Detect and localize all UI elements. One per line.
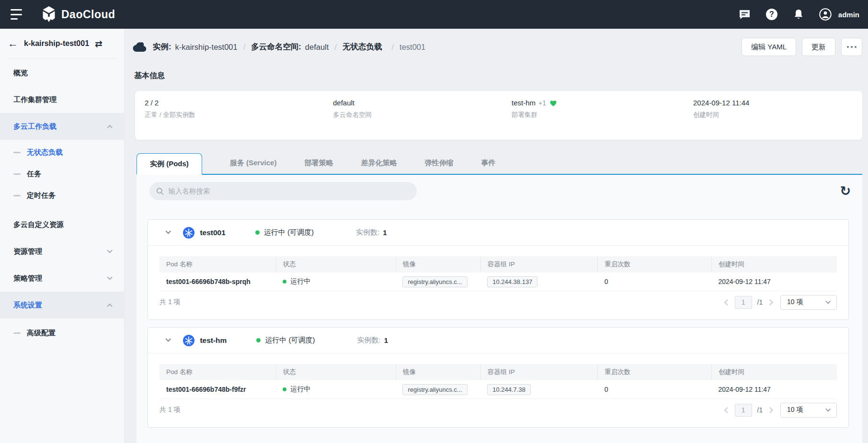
- pod-name[interactable]: test001-66696b748b-sprqh: [160, 273, 276, 291]
- breadcrumb-instance-value[interactable]: k-kairship-test001: [175, 43, 238, 52]
- refresh-icon[interactable]: ↻: [840, 185, 851, 198]
- dash-icon: [13, 173, 21, 175]
- sidebar-item-label: 高级配置: [27, 329, 56, 338]
- sidebar-group-multicloud-workloads[interactable]: 多云工作负载: [0, 113, 124, 140]
- pod-created: 2024-09-12 11:47: [711, 380, 837, 399]
- dash-icon: [13, 332, 21, 334]
- help-icon[interactable]: ?: [765, 8, 778, 21]
- page-size-select[interactable]: 10 项: [780, 295, 837, 310]
- workload-header[interactable]: test-hm 运行中 (可调度) 实例数: 1: [148, 328, 848, 353]
- instances-value: 1: [383, 228, 387, 237]
- search-icon: [156, 187, 164, 195]
- status-text: 运行中 (可调度): [264, 228, 314, 237]
- sidebar-item-jobs[interactable]: 任务: [0, 163, 124, 185]
- more-actions-button[interactable]: [841, 38, 862, 56]
- pod-ip: 10.244.7.38: [480, 380, 598, 399]
- instances-label: 实例数:: [356, 228, 379, 237]
- pod-status: 运行中: [276, 380, 396, 399]
- status-dot: [283, 387, 286, 391]
- sidebar-sublist: 高级配置: [0, 320, 124, 349]
- search-row: ↻: [149, 182, 851, 200]
- switch-instance-icon[interactable]: ⇄: [95, 39, 103, 48]
- hamburger-menu-icon[interactable]: [11, 9, 24, 20]
- status-text: 运行中: [290, 277, 310, 286]
- sidebar-item-deployments[interactable]: 无状态负载: [0, 142, 124, 163]
- workload-header[interactable]: test001 运行中 (可调度) 实例数: 1: [148, 220, 848, 246]
- collapse-chevron-icon[interactable]: [165, 229, 171, 235]
- col-restarts: 重启次数: [598, 364, 712, 380]
- messages-icon[interactable]: [739, 8, 751, 21]
- workload-card-test001: test001 运行中 (可调度) 实例数: 1 Pod 名称 状态 镜像 容器…: [148, 219, 849, 320]
- tab-deploy-policy[interactable]: 部署策略: [304, 159, 333, 174]
- next-page-icon[interactable]: [767, 407, 773, 413]
- sidebar-item-worker-clusters[interactable]: 工作集群管理: [0, 86, 124, 113]
- status-dot: [255, 230, 260, 235]
- health-heart-icon: [549, 99, 558, 107]
- page-size-select[interactable]: 10 项: [780, 403, 837, 418]
- breadcrumb-instance-label: 实例:: [153, 42, 171, 52]
- breadcrumb-workload-type[interactable]: 无状态负载: [343, 42, 382, 52]
- page-size-value: 10 项: [787, 406, 803, 414]
- pod-name[interactable]: test001-66696b748b-f9fzr: [160, 380, 276, 399]
- stat-instances: 2 / 2 正常 / 全部实例数: [145, 99, 195, 119]
- tab-pods[interactable]: 实例 (Pods): [137, 153, 202, 175]
- sidebar-item-custom-resources[interactable]: 多云自定义资源: [0, 211, 124, 238]
- tab-service[interactable]: 服务 (Service): [230, 159, 277, 174]
- breadcrumb-namespace-value[interactable]: default: [305, 43, 329, 52]
- tab-events[interactable]: 事件: [481, 159, 495, 174]
- image-chip[interactable]: registry.aliyuncs.c...: [402, 276, 467, 287]
- breadcrumb-separator: /: [334, 43, 337, 52]
- sidebar-item-label: 资源管理: [13, 247, 42, 256]
- pod-status: 运行中: [276, 273, 396, 291]
- status-dot: [283, 280, 286, 284]
- search-box[interactable]: [149, 182, 417, 200]
- table-row: test001-66696b748b-f9fzr 运行中 registry.al…: [160, 380, 837, 399]
- prev-page-icon[interactable]: [724, 407, 730, 413]
- dash-icon: [13, 195, 21, 196]
- pods-tab-panel: ↻ test001 运行中 (可调度) 实例数: 1 Pod 名称: [137, 175, 862, 443]
- notifications-icon[interactable]: [792, 8, 805, 21]
- table-header-row: Pod 名称 状态 镜像 容器组 IP 重启次数 创建时间: [160, 256, 837, 273]
- image-chip[interactable]: registry.aliyuncs.c...: [402, 384, 467, 395]
- sidebar-item-overview[interactable]: 概览: [0, 59, 124, 86]
- instances-value: 1: [384, 336, 388, 344]
- tab-differentiation-policy[interactable]: 差异化策略: [361, 159, 397, 174]
- collapse-chevron-icon[interactable]: [165, 337, 171, 342]
- sidebar-item-advanced-config[interactable]: 高级配置: [0, 322, 124, 344]
- stat-value: 2 / 2: [145, 99, 159, 107]
- workload-name: test001: [200, 228, 225, 237]
- stat-extra-count[interactable]: +1: [538, 99, 546, 107]
- col-image: 镜像: [396, 364, 480, 380]
- sidebar-item-label: 无状态负载: [27, 148, 63, 157]
- search-input[interactable]: [168, 187, 410, 195]
- col-pod-ip: 容器组 IP: [480, 364, 598, 380]
- sidebar-item-cronjobs[interactable]: 定时任务: [0, 185, 124, 206]
- next-page-icon[interactable]: [767, 299, 773, 305]
- kubernetes-icon: [183, 227, 194, 239]
- table-header-row: Pod 名称 状态 镜像 容器组 IP 重启次数 创建时间: [160, 364, 837, 380]
- breadcrumb-separator: /: [243, 43, 246, 52]
- back-icon[interactable]: ←: [8, 38, 18, 49]
- edit-yaml-button[interactable]: 编辑 YAML: [742, 38, 796, 56]
- chevron-down-icon: [107, 248, 113, 253]
- tab-autoscaling[interactable]: 弹性伸缩: [424, 159, 453, 174]
- page-input[interactable]: [735, 296, 752, 309]
- col-image: 镜像: [396, 256, 480, 273]
- sidebar-item-label: 任务: [27, 170, 41, 179]
- total-count: 共 1 项: [160, 298, 181, 307]
- sidebar-group-system-settings[interactable]: 系统设置: [0, 292, 124, 318]
- user-avatar-icon[interactable]: [819, 8, 832, 21]
- sidebar-group-resource-management[interactable]: 资源管理: [0, 238, 124, 265]
- update-button[interactable]: 更新: [802, 38, 835, 56]
- ip-chip[interactable]: 10.244.7.38: [487, 384, 531, 395]
- brand[interactable]: DaoCloud: [41, 6, 115, 23]
- prev-page-icon[interactable]: [724, 299, 730, 305]
- col-status: 状态: [276, 256, 396, 273]
- col-pod-name: Pod 名称: [160, 256, 276, 273]
- stat-label: 部署集群: [512, 111, 558, 119]
- page-input[interactable]: [735, 404, 752, 417]
- ip-chip[interactable]: 10.244.38.137: [487, 276, 537, 287]
- table-footer: 共 1 项 /1 10 项: [160, 291, 837, 313]
- sidebar-group-policy-management[interactable]: 策略管理: [0, 265, 124, 292]
- col-status: 状态: [276, 364, 396, 380]
